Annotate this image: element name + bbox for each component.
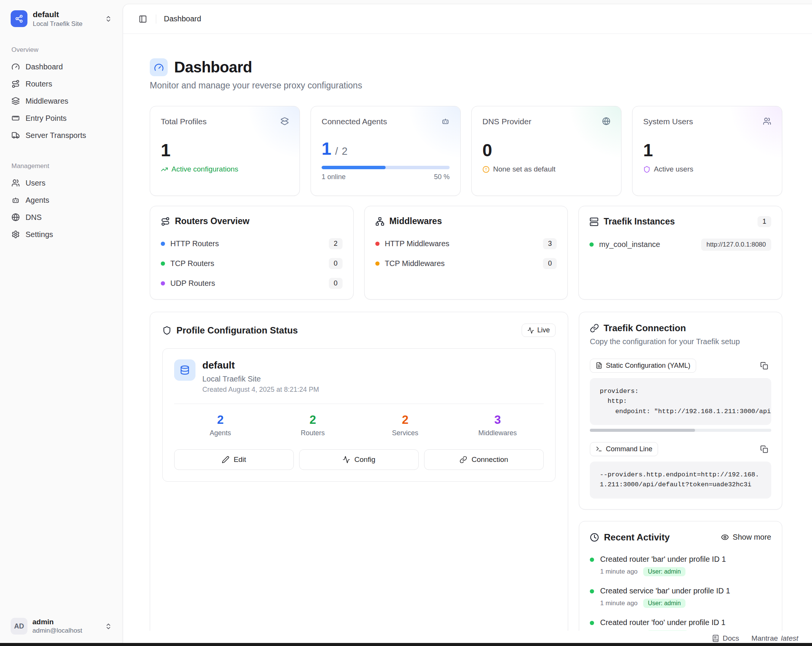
page-content: Dashboard Monitor and manage your revers… xyxy=(123,34,812,631)
profile-config-item: default Local Traefik Site Created Augus… xyxy=(162,348,556,482)
agents-online-label: 1 online xyxy=(322,173,346,181)
code-horizontal-scrollbar xyxy=(590,429,771,432)
activity-icon xyxy=(343,456,350,463)
clock-icon xyxy=(590,533,599,542)
activity-time: 1 minute ago xyxy=(600,600,637,607)
traefik-connection-card: Traefik Connection Copy the configuratio… xyxy=(579,312,782,510)
stat-caption-text: None set as default xyxy=(493,165,556,173)
router-type-row: HTTP Routers 2 xyxy=(161,237,343,250)
status-dot xyxy=(589,242,594,247)
users-icon xyxy=(763,117,771,125)
chevrons-up-down-icon xyxy=(105,15,112,22)
stat-caption-text: Active configurations xyxy=(171,165,238,173)
link-icon xyxy=(590,324,599,333)
sidebar-item-label: Entry Points xyxy=(26,114,67,123)
metric-label: Middlewares xyxy=(452,429,544,437)
cli-code-block: --providers.http.endpoint=http://192.168… xyxy=(590,462,771,499)
live-badge-label: Live xyxy=(537,326,550,334)
eye-icon xyxy=(721,533,729,541)
yaml-code-block: providers: http: endpoint: "http://192.1… xyxy=(590,378,771,425)
docs-link[interactable]: Docs xyxy=(712,634,739,643)
routers-overview-card: Routers Overview HTTP Routers 2 TCP Rout… xyxy=(150,206,354,300)
sidebar-item-users[interactable]: Users xyxy=(7,175,116,192)
gear-icon xyxy=(11,230,20,239)
profile-switcher[interactable]: default Local Traefik Site xyxy=(7,8,116,30)
show-more-button[interactable]: Show more xyxy=(721,533,771,542)
brand-name: Mantrae xyxy=(751,634,778,643)
copy-yaml-button[interactable] xyxy=(757,358,771,373)
users-icon xyxy=(11,179,20,187)
sidebar-item-server-transports[interactable]: Server Transports xyxy=(7,127,116,144)
sidebar-item-agents[interactable]: Agents xyxy=(7,192,116,209)
nav-section-label: Management xyxy=(7,159,116,175)
truck-icon xyxy=(11,131,20,139)
status-dot xyxy=(590,621,594,625)
sidebar-item-routers[interactable]: Routers xyxy=(7,75,116,93)
page-header: Dashboard xyxy=(150,58,782,76)
sidebar-item-middlewares[interactable]: Middlewares xyxy=(7,93,116,110)
metric-agents: 2 Agents xyxy=(174,414,267,437)
breadcrumb: Dashboard xyxy=(164,14,201,23)
metric-routers: 2 Routers xyxy=(267,414,359,437)
sidebar-item-settings[interactable]: Settings xyxy=(7,226,116,243)
button-label: Config xyxy=(354,455,375,464)
user-texts: admin admin@localhost xyxy=(32,618,82,635)
agents-percent-label: 50 % xyxy=(434,173,450,181)
sidebar-nav: Overview Dashboard Routers Middlewares E… xyxy=(7,43,116,243)
overview-grid: Routers Overview HTTP Routers 2 TCP Rout… xyxy=(150,206,782,300)
stat-title: Connected Agents xyxy=(322,117,387,126)
copy-icon xyxy=(760,445,768,453)
stat-caption: Active configurations xyxy=(161,165,289,173)
sidebar-toggle-button[interactable] xyxy=(136,12,150,26)
edit-button[interactable]: Edit xyxy=(174,449,294,470)
copy-cli-button[interactable] xyxy=(757,442,771,456)
avatar: AD xyxy=(11,618,27,635)
shield-icon xyxy=(162,326,171,335)
sidebar-item-entry-points[interactable]: Entry Points xyxy=(7,110,116,127)
pencil-icon xyxy=(222,456,229,463)
profile-switcher-texts: default Local Traefik Site xyxy=(33,10,82,28)
user-badge: User: admin xyxy=(647,630,689,631)
sidebar-item-label: Routers xyxy=(26,80,52,88)
scrollbar-thumb[interactable] xyxy=(590,429,695,432)
app-screen: default Local Traefik Site Overview Dash… xyxy=(0,0,812,646)
trending-up-icon xyxy=(161,166,168,173)
stat-title: Total Profiles xyxy=(161,117,207,126)
sidebar-item-label: Middlewares xyxy=(26,97,68,106)
profile-status-card: Profile Configuration Status Live xyxy=(150,312,568,631)
alert-circle-icon xyxy=(482,166,490,173)
sidebar-item-dns[interactable]: DNS xyxy=(7,209,116,226)
traefik-instances-card: Traefik Instances 1 my_cool_instance htt… xyxy=(578,206,782,300)
agents-total-count: 2 xyxy=(342,146,348,157)
link-icon xyxy=(460,456,467,463)
badge-label: Static Configuration (YAML) xyxy=(606,362,690,370)
globe-icon xyxy=(602,117,610,125)
connection-button[interactable]: Connection xyxy=(424,449,544,470)
status-dot xyxy=(375,261,380,266)
user-menu[interactable]: AD admin admin@localhost xyxy=(7,615,116,639)
server-icon xyxy=(589,217,599,226)
status-dot xyxy=(590,589,594,593)
stat-value: 1 / 2 xyxy=(322,140,450,157)
config-button[interactable]: Config xyxy=(299,449,419,470)
brand-logo xyxy=(11,10,27,27)
stat-caption: Active users xyxy=(643,165,771,173)
stat-caption-text: Active users xyxy=(654,165,693,173)
activity-item: Created service 'bar' under profile ID 1… xyxy=(590,587,771,608)
layers-icon xyxy=(11,97,20,105)
bottom-grid: Profile Configuration Status Live xyxy=(150,312,782,631)
count-badge: 2 xyxy=(329,238,343,249)
metric-services: 2 Services xyxy=(359,414,452,437)
ethernet-port-icon xyxy=(11,114,20,122)
stat-card-system-users: System Users 1 Active users xyxy=(632,106,782,196)
stat-card-total-profiles: Total Profiles 1 Active configurations xyxy=(150,106,300,196)
metric-value: 2 xyxy=(267,414,359,426)
row-label: TCP Routers xyxy=(170,259,214,268)
count-badge: 0 xyxy=(329,278,343,289)
chevrons-up-down-icon xyxy=(105,623,112,630)
sidebar-item-dashboard[interactable]: Dashboard xyxy=(7,58,116,75)
row-label: HTTP Routers xyxy=(170,239,219,248)
user-badge: User: admin xyxy=(643,599,685,608)
stat-title: System Users xyxy=(643,117,693,126)
card-subtitle: Copy the configuration for your Traefik … xyxy=(590,337,771,346)
